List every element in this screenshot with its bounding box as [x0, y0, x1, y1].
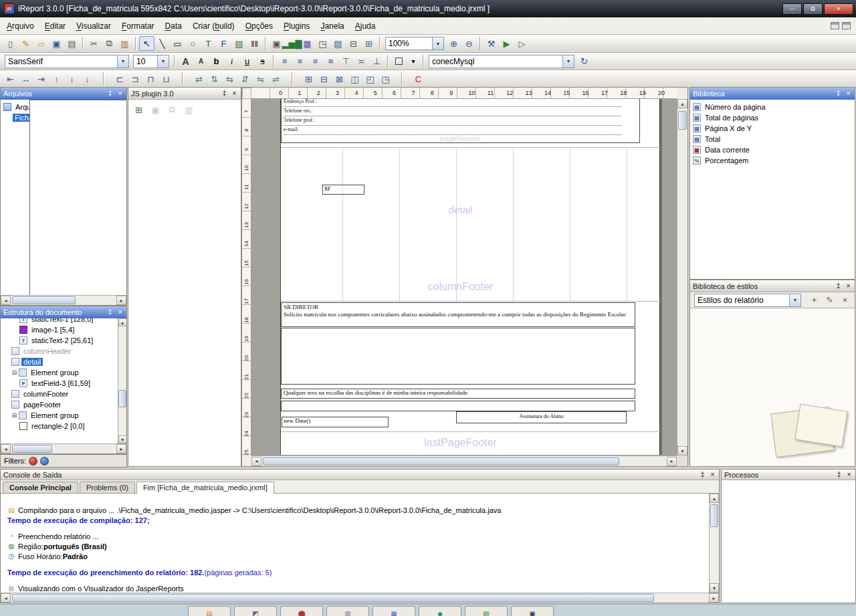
- grow-font-button[interactable]: A: [178, 54, 193, 69]
- valign-top-icon[interactable]: ⊤: [338, 54, 354, 69]
- open-folder-icon[interactable]: ▱: [33, 36, 49, 51]
- scroll-right-icon[interactable]: ▸: [667, 457, 677, 466]
- align-justify-icon[interactable]: ≡: [323, 54, 338, 69]
- menu-visualizar[interactable]: Visualizar: [71, 19, 116, 33]
- center-in-band-icon[interactable]: ⊞: [301, 72, 316, 86]
- filter-blue-icon[interactable]: [40, 457, 49, 466]
- report-viewport[interactable]: pageHeader Endereço Prof.:Telefone res.:…: [251, 99, 677, 455]
- structure-item-statictext-1-128-0[interactable]: TstaticText-1 [128,0]: [1, 318, 118, 324]
- bold-button[interactable]: b: [209, 54, 224, 69]
- align-v-center-icon[interactable]: ↕: [64, 72, 80, 86]
- scroll-right-icon[interactable]: ▸: [116, 444, 126, 453]
- font-name-combobox[interactable]: SansSerif ▾: [5, 55, 129, 68]
- menu-criar-build[interactable]: Criar (build): [187, 19, 240, 33]
- structure-item-rectangle-2-0-0[interactable]: rectangle-2 [0,0]: [1, 421, 118, 431]
- image-tool-icon[interactable]: ▧: [231, 36, 247, 51]
- minimize-button[interactable]: —: [782, 3, 802, 15]
- close-panel-icon[interactable]: ×: [231, 90, 238, 97]
- scroll-down-icon[interactable]: ▾: [677, 446, 687, 455]
- add-style-icon[interactable]: +: [807, 293, 822, 308]
- join-right-icon[interactable]: ⇌: [268, 72, 284, 86]
- fit-both-icon[interactable]: ◳: [378, 72, 393, 86]
- scroll-right-icon[interactable]: ▸: [709, 593, 719, 603]
- taskbar-button-8[interactable]: ▣: [511, 606, 554, 616]
- structure-item-statictext-2-25-61[interactable]: TstaticText-2 [25,61]: [1, 335, 118, 346]
- paste-icon[interactable]: ▥: [117, 36, 132, 51]
- font-size-dropdown-arrow[interactable]: ▾: [157, 56, 169, 68]
- pin-icon[interactable]: ‡: [835, 90, 842, 97]
- align-left-edges-icon[interactable]: ⇤: [3, 72, 18, 86]
- menu-arquivo[interactable]: Arquivo: [1, 19, 39, 33]
- disclaimer-text-element[interactable]: Qualquer erro na escolha das disciplinas…: [281, 389, 635, 399]
- scroll-up-icon[interactable]: ▴: [677, 99, 687, 108]
- console-vertical-scrollbar[interactable]: ▴ ▾: [709, 494, 719, 593]
- fit-height-icon[interactable]: ◰: [362, 72, 378, 86]
- crosstab-tool-icon[interactable]: ▦: [300, 36, 315, 51]
- rectangle-tool-icon[interactable]: ▭: [170, 36, 185, 51]
- structure-item-element-group[interactable]: ⊟Element group: [1, 410, 118, 421]
- shrink-font-button[interactable]: A: [193, 54, 209, 69]
- align-left-icon[interactable]: ≡: [277, 54, 292, 69]
- console-tab-console-principal[interactable]: Console Principal: [3, 482, 78, 493]
- structure-item-columnheader[interactable]: columnHeader: [1, 346, 118, 356]
- same-height-icon[interactable]: ⊓: [143, 72, 158, 86]
- underline-button[interactable]: u: [239, 54, 255, 69]
- align-top-edges-icon[interactable]: ↑: [49, 72, 64, 86]
- h-spacing-icon[interactable]: ⇄: [191, 72, 207, 86]
- close-panel-icon[interactable]: ×: [709, 472, 716, 478]
- menu-editar[interactable]: Editar: [39, 19, 71, 33]
- js-paste-icon[interactable]: ▥: [181, 102, 197, 117]
- pin-icon[interactable]: ‡: [106, 90, 114, 97]
- js-copy-icon[interactable]: ⧉: [165, 102, 180, 117]
- taskbar-button-4[interactable]: ▥: [326, 606, 369, 616]
- align-h-center-icon[interactable]: ↔: [18, 72, 33, 86]
- scrollbar-thumb[interactable]: [12, 445, 52, 453]
- collapse-icon[interactable]: ⊟: [11, 370, 17, 376]
- canvas-vertical-scrollbar[interactable]: ▴ ▾: [677, 99, 687, 455]
- library-item-total[interactable]: ▤Total: [690, 134, 855, 144]
- scrollbar-thumb[interactable]: [12, 594, 654, 602]
- director-text-element[interactable]: SR.DIRETOR Solicito matricula nos compon…: [281, 302, 635, 327]
- compile-report-icon[interactable]: ⚒: [484, 36, 499, 51]
- collapse-icon[interactable]: ⊟: [11, 413, 17, 419]
- pageheader-frame-element[interactable]: Endereço Prof.:Telefone res.:Telefone pr…: [281, 99, 640, 143]
- v-spacing-icon[interactable]: ⇅: [207, 72, 222, 86]
- scroll-left-icon[interactable]: ◂: [1, 593, 11, 603]
- run-empty-datasource-icon[interactable]: ▷: [514, 36, 530, 51]
- menu-data[interactable]: Data: [160, 19, 187, 33]
- center-v-band-icon[interactable]: ⊠: [332, 72, 347, 86]
- structure-item-pagefooter[interactable]: pageFooter: [1, 399, 118, 410]
- files-horizontal-scrollbar[interactable]: ◂ ▸: [1, 295, 126, 305]
- signature-element[interactable]: Assinatura do Aluno: [456, 411, 627, 423]
- zoom-dropdown-arrow[interactable]: ▾: [432, 37, 443, 49]
- console-tab-fim-ficha-de-matricula-medio-jrxml[interactable]: Fim [Ficha_de_matricula_medio.jrxml]: [136, 482, 274, 494]
- page-break-icon[interactable]: ⊟: [346, 36, 361, 51]
- same-height-max-icon[interactable]: ⊔: [158, 72, 174, 86]
- align-center-icon[interactable]: ≡: [292, 54, 308, 69]
- text-field-tool-icon[interactable]: F: [216, 36, 231, 51]
- header-field-telefone-res[interactable]: Telefone res.:: [284, 108, 621, 116]
- structure-item-textfield-3-61-59[interactable]: FtextField-3 [61,59]: [1, 378, 118, 389]
- header-field-endere-o-prof[interactable]: Endereço Prof.:: [284, 99, 621, 107]
- zoom-combobox[interactable]: 100% ▾: [385, 37, 444, 50]
- scroll-down-icon[interactable]: ▾: [710, 583, 719, 593]
- scroll-right-icon[interactable]: ▸: [116, 296, 126, 305]
- pin-icon[interactable]: ‡: [699, 472, 706, 478]
- connection-dropdown-arrow[interactable]: ▾: [562, 56, 574, 68]
- scrollbar-thumb[interactable]: [12, 296, 76, 304]
- structure-horizontal-scrollbar[interactable]: ◂ ▸: [1, 443, 126, 453]
- files-file-item[interactable]: Ficha_de_matricula_medi: [1, 112, 126, 123]
- copy-icon[interactable]: ⧉: [102, 36, 117, 51]
- taskbar-button-5[interactable]: ▦: [372, 606, 415, 616]
- taskbar-button-6[interactable]: ◆: [419, 606, 461, 616]
- structure-item-element-group[interactable]: ⊟Element group: [1, 367, 118, 378]
- new-document-icon[interactable]: ▯: [3, 36, 18, 51]
- mdi-restore-icon[interactable]: [831, 22, 839, 29]
- grid-icon[interactable]: ⊞: [361, 36, 377, 51]
- close-panel-icon[interactable]: ×: [845, 283, 852, 290]
- line-tool-icon[interactable]: ╲: [154, 36, 170, 51]
- canvas-horizontal-scrollbar[interactable]: ◂ ▸: [251, 455, 677, 466]
- scroll-up-icon[interactable]: ▴: [118, 318, 127, 326]
- filter-red-icon[interactable]: [29, 457, 37, 466]
- scrollbar-thumb[interactable]: [710, 504, 718, 527]
